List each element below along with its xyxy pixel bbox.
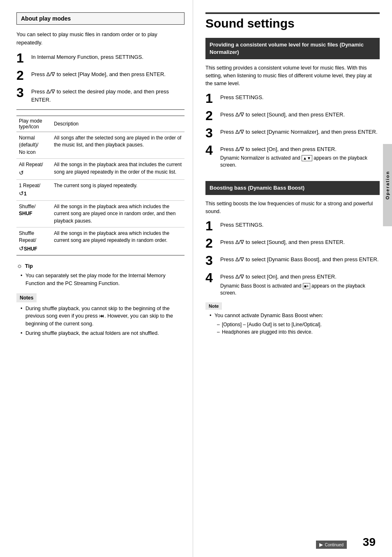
s1-step-extra-4: Dynamic Normalizer is activated and ▲▼ a… bbox=[220, 155, 380, 169]
left-step-num-3: 3 bbox=[16, 86, 31, 99]
table-col2-header: Description bbox=[51, 116, 184, 132]
tip-icon: ☼ bbox=[16, 262, 23, 269]
s1-step-num-1: 1 bbox=[205, 92, 220, 105]
left-step-text-3: Press Δ/∇ to select the desired play mod… bbox=[31, 88, 184, 104]
section1-title: Providing a consistent volume level for … bbox=[205, 38, 380, 59]
left-step-3: 3 Press Δ/∇ to select the desired play m… bbox=[16, 88, 184, 104]
s1-step-num-4: 4 bbox=[205, 144, 220, 157]
left-step-2: 2 Press Δ/∇ to select [Play Mode], and t… bbox=[16, 70, 184, 82]
s2-step-extra-4: Dynamic Bass Boost is activated and ■+ a… bbox=[220, 283, 380, 297]
tip-item: You can separately set the play mode for… bbox=[21, 272, 184, 288]
s2-step-text-2: Press Δ/∇ to select [Sound], and then pr… bbox=[220, 238, 380, 246]
table-icon-0: Normal (default)/No icon bbox=[16, 132, 51, 159]
play-mode-table: Play mode type/Icon Description Normal (… bbox=[16, 116, 184, 255]
s2-step-3: 3 Press Δ/∇ to select [Dynamic Bass Boos… bbox=[205, 255, 380, 267]
s2-step-2: 2 Press Δ/∇ to select [Sound], and then … bbox=[205, 238, 380, 250]
left-step-text-1: In Internal Memory Function, press SETTI… bbox=[31, 53, 184, 61]
note-item-0: During shuffle playback, you cannot skip… bbox=[21, 305, 184, 328]
notes-label: Notes bbox=[16, 293, 37, 302]
s2-note-main: You cannot activate Dynamic Bass Boost w… bbox=[210, 312, 380, 320]
sidebar-label: Operation bbox=[385, 171, 390, 200]
table-col1-header: Play mode type/Icon bbox=[16, 116, 51, 132]
s1-step-1: 1 Press SETTINGS. bbox=[205, 93, 380, 105]
s2-step-num-1: 1 bbox=[205, 219, 220, 232]
continued-text: Continued bbox=[325, 543, 344, 547]
table-icon-1: All Repeat/↺ bbox=[16, 159, 51, 180]
s1-step-text-1: Press SETTINGS. bbox=[220, 93, 380, 102]
s2-step-text-3: Press Δ/∇ to select [Dynamic Bass Boost]… bbox=[220, 255, 380, 264]
s2-step-1: 1 Press SETTINGS. bbox=[205, 221, 380, 232]
table-row: 1 Repeat/↺1 The current song is played r… bbox=[16, 179, 184, 200]
s2-note-label: Note bbox=[205, 302, 222, 310]
s2-step-num-4: 4 bbox=[205, 271, 220, 284]
section2-title: Boosting bass (Dynamic Bass Boost) bbox=[205, 181, 380, 195]
notes-list: During shuffle playback, you cannot skip… bbox=[16, 305, 184, 337]
left-step-num-1: 1 bbox=[16, 51, 31, 65]
tip-list: You can separately set the play mode for… bbox=[16, 272, 184, 288]
table-desc-4: All the songs in the playback area which… bbox=[51, 227, 184, 255]
table-row: Shuffle Repeat/↺SHUF All the songs in th… bbox=[16, 227, 184, 255]
sound-settings-title: Sound settings bbox=[205, 12, 380, 30]
s1-step-3: 3 Press Δ/∇ to select [Dynamic Normalize… bbox=[205, 128, 380, 139]
notes-section: Notes During shuffle playback, you canno… bbox=[16, 293, 184, 337]
s2-step-num-2: 2 bbox=[205, 237, 220, 250]
s2-note: Note You cannot activate Dynamic Bass Bo… bbox=[205, 302, 380, 336]
left-step-1: 1 In Internal Memory Function, press SET… bbox=[16, 53, 184, 65]
left-step-num-2: 2 bbox=[16, 69, 31, 82]
table-desc-1: All the songs in the playback area that … bbox=[51, 159, 184, 180]
s2-step-text-1: Press SETTINGS. bbox=[220, 221, 380, 229]
s2-note-sub-1: Headphones are plugged into this device. bbox=[217, 328, 380, 336]
s1-step-block-4: Press Δ/∇ to select [On], and then press… bbox=[220, 145, 380, 169]
table-desc-0: All songs after the selected song are pl… bbox=[51, 132, 184, 159]
tip-label: Tip bbox=[25, 263, 33, 269]
table-row: Shuffle/SHUF All the songs in the playba… bbox=[16, 200, 184, 227]
table-row: All Repeat/↺ All the songs in the playba… bbox=[16, 159, 184, 180]
table-icon-2: 1 Repeat/↺1 bbox=[16, 179, 51, 200]
continued-badge: ▶ Continued bbox=[316, 541, 347, 549]
left-section-title: About play modes bbox=[16, 12, 184, 25]
operation-sidebar: Operation bbox=[383, 144, 392, 226]
table-icon-3: Shuffle/SHUF bbox=[16, 200, 51, 227]
tip-section: ☼ Tip You can separately set the play mo… bbox=[16, 262, 184, 288]
table-desc-2: The current song is played repeatedly. bbox=[51, 179, 184, 200]
s1-step-2: 2 Press Δ/∇ to select [Sound], and then … bbox=[205, 111, 380, 122]
s2-step-block-4: Press Δ/∇ to select [On], and then press… bbox=[220, 273, 380, 296]
s2-note-subitems: [Options] – [Audio Out] is set to [Line/… bbox=[205, 321, 380, 336]
section2-intro: This setting boosts the low frequencies … bbox=[205, 200, 380, 216]
s2-note-list: You cannot activate Dynamic Bass Boost w… bbox=[205, 312, 380, 320]
s1-step-num-2: 2 bbox=[205, 109, 220, 122]
left-step-text-2: Press Δ/∇ to select [Play Mode], and the… bbox=[31, 70, 184, 79]
table-row: Normal (default)/No icon All songs after… bbox=[16, 132, 184, 159]
s2-step-num-3: 3 bbox=[205, 254, 220, 267]
note-item-1: During shuffle playback, the actual fold… bbox=[21, 330, 184, 337]
page-number: 39 bbox=[363, 536, 376, 549]
left-intro: You can select to play music files in ra… bbox=[16, 30, 184, 46]
s1-step-text-4: Press Δ/∇ to select [On], and then press… bbox=[220, 145, 380, 153]
section1-intro: This setting provides a consistent volum… bbox=[205, 64, 380, 87]
s2-step-4: 4 Press Δ/∇ to select [On], and then pre… bbox=[205, 273, 380, 296]
s2-step-text-4: Press Δ/∇ to select [On], and then press… bbox=[220, 273, 380, 281]
s1-step-4: 4 Press Δ/∇ to select [On], and then pre… bbox=[205, 145, 380, 169]
continued-arrow: ▶ bbox=[319, 542, 323, 548]
s1-step-text-2: Press Δ/∇ to select [Sound], and then pr… bbox=[220, 111, 380, 119]
s1-step-text-3: Press Δ/∇ to select [Dynamic Normalizer]… bbox=[220, 128, 380, 136]
table-desc-3: All the songs in the playback area which… bbox=[51, 200, 184, 227]
s1-step-num-3: 3 bbox=[205, 126, 220, 139]
s2-note-sub-0: [Options] – [Audio Out] is set to [Line/… bbox=[217, 321, 380, 328]
table-icon-4: Shuffle Repeat/↺SHUF bbox=[16, 227, 51, 255]
